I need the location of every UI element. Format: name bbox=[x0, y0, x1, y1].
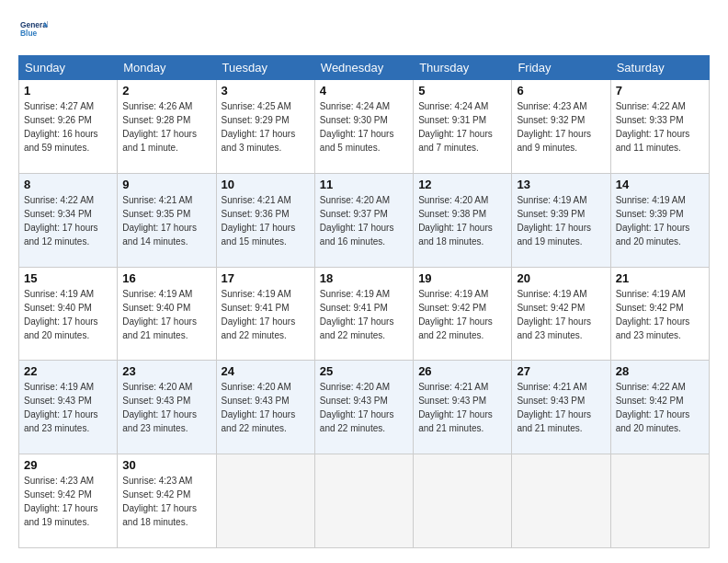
sunrise-label: Sunrise: 4:23 AM bbox=[517, 101, 586, 111]
column-header-sunday: Sunday bbox=[19, 56, 118, 80]
sunrise-label: Sunrise: 4:19 AM bbox=[222, 289, 291, 299]
sunrise-label: Sunrise: 4:21 AM bbox=[222, 195, 291, 205]
day-info: Sunrise: 4:19 AM Sunset: 9:39 PM Dayligh… bbox=[616, 193, 704, 248]
daylight-label: Daylight: 17 hours and 7 minutes. bbox=[418, 129, 493, 153]
calendar-cell: 27 Sunrise: 4:21 AM Sunset: 9:43 PM Dayl… bbox=[512, 361, 610, 454]
day-info: Sunrise: 4:19 AM Sunset: 9:42 PM Dayligh… bbox=[517, 287, 605, 342]
calendar-cell: 16 Sunrise: 4:19 AM Sunset: 9:40 PM Dayl… bbox=[118, 267, 216, 361]
sunset-label: Sunset: 9:42 PM bbox=[616, 303, 684, 313]
day-info: Sunrise: 4:21 AM Sunset: 9:43 PM Dayligh… bbox=[517, 380, 605, 435]
calendar-cell: 2 Sunrise: 4:26 AM Sunset: 9:28 PM Dayli… bbox=[118, 80, 216, 174]
sunrise-label: Sunrise: 4:19 AM bbox=[616, 195, 686, 205]
sunset-label: Sunset: 9:38 PM bbox=[418, 209, 486, 219]
daylight-label: Daylight: 17 hours and 21 minutes. bbox=[418, 409, 493, 433]
calendar-cell: 8 Sunrise: 4:22 AM Sunset: 9:34 PM Dayli… bbox=[19, 173, 118, 267]
daylight-label: Daylight: 17 hours and 1 minute. bbox=[122, 129, 197, 153]
daylight-label: Daylight: 17 hours and 19 minutes. bbox=[517, 223, 591, 247]
daylight-label: Daylight: 17 hours and 21 minutes. bbox=[122, 316, 197, 340]
calendar-cell: 11 Sunrise: 4:20 AM Sunset: 9:37 PM Dayl… bbox=[314, 173, 413, 267]
sunset-label: Sunset: 9:30 PM bbox=[320, 115, 388, 125]
day-info: Sunrise: 4:19 AM Sunset: 9:41 PM Dayligh… bbox=[320, 287, 408, 342]
daylight-label: Daylight: 17 hours and 14 minutes. bbox=[122, 223, 197, 247]
daylight-label: Daylight: 17 hours and 22 minutes. bbox=[418, 316, 493, 340]
calendar-cell: 6 Sunrise: 4:23 AM Sunset: 9:32 PM Dayli… bbox=[512, 80, 610, 174]
sunrise-label: Sunrise: 4:22 AM bbox=[616, 101, 686, 111]
day-info: Sunrise: 4:20 AM Sunset: 9:37 PM Dayligh… bbox=[320, 193, 408, 248]
sunrise-label: Sunrise: 4:21 AM bbox=[517, 382, 586, 392]
day-number: 10 bbox=[222, 178, 310, 191]
day-number: 17 bbox=[222, 271, 310, 285]
sunset-label: Sunset: 9:42 PM bbox=[24, 489, 92, 500]
sunrise-label: Sunrise: 4:19 AM bbox=[320, 289, 390, 299]
day-info: Sunrise: 4:26 AM Sunset: 9:28 PM Dayligh… bbox=[122, 99, 210, 155]
day-info: Sunrise: 4:21 AM Sunset: 9:36 PM Dayligh… bbox=[222, 193, 310, 248]
daylight-label: Daylight: 17 hours and 15 minutes. bbox=[222, 223, 296, 247]
column-header-tuesday: Tuesday bbox=[216, 56, 314, 80]
day-number: 23 bbox=[122, 364, 210, 378]
calendar-cell: 21 Sunrise: 4:19 AM Sunset: 9:42 PM Dayl… bbox=[610, 267, 709, 361]
sunset-label: Sunset: 9:31 PM bbox=[418, 115, 486, 125]
day-info: Sunrise: 4:21 AM Sunset: 9:43 PM Dayligh… bbox=[418, 380, 506, 435]
daylight-label: Daylight: 17 hours and 12 minutes. bbox=[24, 223, 98, 247]
sunset-label: Sunset: 9:39 PM bbox=[616, 209, 684, 219]
day-number: 21 bbox=[616, 271, 704, 285]
daylight-label: Daylight: 17 hours and 5 minutes. bbox=[320, 129, 394, 153]
day-number: 25 bbox=[320, 364, 408, 378]
calendar-cell: 30 Sunrise: 4:23 AM Sunset: 9:42 PM Dayl… bbox=[118, 454, 216, 548]
sunrise-label: Sunrise: 4:26 AM bbox=[122, 101, 192, 111]
sunrise-label: Sunrise: 4:19 AM bbox=[517, 289, 586, 299]
day-number: 20 bbox=[517, 271, 605, 285]
week-row-4: 22 Sunrise: 4:19 AM Sunset: 9:43 PM Dayl… bbox=[19, 361, 710, 454]
daylight-label: Daylight: 17 hours and 23 minutes. bbox=[517, 316, 591, 340]
day-number: 27 bbox=[517, 364, 605, 378]
logo-icon: General Blue bbox=[20, 15, 48, 42]
calendar-cell: 14 Sunrise: 4:19 AM Sunset: 9:39 PM Dayl… bbox=[610, 173, 709, 267]
sunrise-label: Sunrise: 4:19 AM bbox=[616, 289, 686, 299]
day-number: 12 bbox=[418, 178, 506, 191]
day-number: 1 bbox=[24, 84, 112, 98]
daylight-label: Daylight: 17 hours and 21 minutes. bbox=[517, 409, 591, 433]
daylight-label: Daylight: 17 hours and 18 minutes. bbox=[122, 503, 197, 527]
day-number: 22 bbox=[24, 364, 112, 378]
daylight-label: Daylight: 17 hours and 19 minutes. bbox=[24, 503, 98, 527]
day-info: Sunrise: 4:19 AM Sunset: 9:43 PM Dayligh… bbox=[24, 380, 112, 435]
sunset-label: Sunset: 9:42 PM bbox=[418, 303, 486, 313]
sunrise-label: Sunrise: 4:19 AM bbox=[517, 195, 586, 205]
day-info: Sunrise: 4:22 AM Sunset: 9:42 PM Dayligh… bbox=[616, 380, 704, 435]
sunrise-label: Sunrise: 4:21 AM bbox=[122, 195, 192, 205]
sunset-label: Sunset: 9:40 PM bbox=[24, 303, 92, 313]
daylight-label: Daylight: 17 hours and 23 minutes. bbox=[24, 409, 98, 433]
day-info: Sunrise: 4:25 AM Sunset: 9:29 PM Dayligh… bbox=[222, 99, 310, 155]
calendar-body: 1 Sunrise: 4:27 AM Sunset: 9:26 PM Dayli… bbox=[19, 80, 710, 548]
calendar-cell: 17 Sunrise: 4:19 AM Sunset: 9:41 PM Dayl… bbox=[216, 267, 314, 361]
day-info: Sunrise: 4:24 AM Sunset: 9:31 PM Dayligh… bbox=[418, 99, 506, 155]
column-header-saturday: Saturday bbox=[610, 56, 709, 80]
sunrise-label: Sunrise: 4:23 AM bbox=[122, 476, 192, 486]
calendar-cell: 10 Sunrise: 4:21 AM Sunset: 9:36 PM Dayl… bbox=[216, 173, 314, 267]
daylight-label: Daylight: 17 hours and 20 minutes. bbox=[24, 316, 98, 340]
calendar-cell: 3 Sunrise: 4:25 AM Sunset: 9:29 PM Dayli… bbox=[216, 80, 314, 174]
week-row-3: 15 Sunrise: 4:19 AM Sunset: 9:40 PM Dayl… bbox=[19, 267, 710, 361]
daylight-label: Daylight: 17 hours and 23 minutes. bbox=[616, 316, 690, 340]
sunset-label: Sunset: 9:40 PM bbox=[122, 303, 190, 313]
calendar-cell: 13 Sunrise: 4:19 AM Sunset: 9:39 PM Dayl… bbox=[512, 173, 610, 267]
sunset-label: Sunset: 9:41 PM bbox=[320, 303, 388, 313]
day-info: Sunrise: 4:19 AM Sunset: 9:42 PM Dayligh… bbox=[616, 287, 704, 342]
calendar-cell bbox=[216, 454, 314, 548]
week-row-2: 8 Sunrise: 4:22 AM Sunset: 9:34 PM Dayli… bbox=[19, 173, 710, 267]
calendar-cell: 1 Sunrise: 4:27 AM Sunset: 9:26 PM Dayli… bbox=[19, 80, 118, 174]
sunset-label: Sunset: 9:43 PM bbox=[222, 396, 290, 406]
day-number: 6 bbox=[517, 84, 605, 98]
column-header-monday: Monday bbox=[118, 56, 216, 80]
daylight-label: Daylight: 17 hours and 20 minutes. bbox=[616, 223, 690, 247]
day-info: Sunrise: 4:20 AM Sunset: 9:43 PM Dayligh… bbox=[122, 380, 210, 435]
calendar-cell: 22 Sunrise: 4:19 AM Sunset: 9:43 PM Dayl… bbox=[19, 361, 118, 454]
day-number: 24 bbox=[222, 364, 310, 378]
sunrise-label: Sunrise: 4:27 AM bbox=[24, 101, 94, 111]
daylight-label: Daylight: 16 hours and 59 minutes. bbox=[24, 129, 98, 153]
calendar-cell: 5 Sunrise: 4:24 AM Sunset: 9:31 PM Dayli… bbox=[414, 80, 512, 174]
day-info: Sunrise: 4:20 AM Sunset: 9:38 PM Dayligh… bbox=[418, 193, 506, 248]
sunrise-label: Sunrise: 4:20 AM bbox=[320, 382, 390, 392]
sunset-label: Sunset: 9:43 PM bbox=[24, 396, 92, 406]
week-row-1: 1 Sunrise: 4:27 AM Sunset: 9:26 PM Dayli… bbox=[19, 80, 710, 174]
